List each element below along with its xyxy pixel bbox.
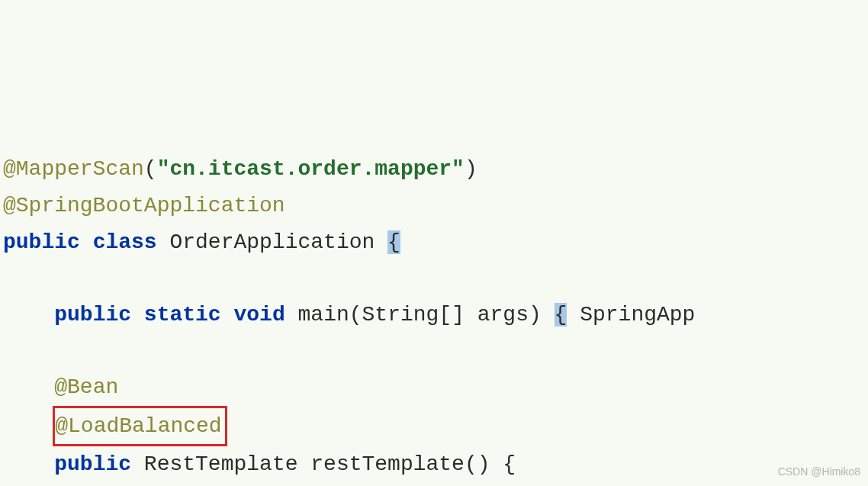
annotation-loadbalanced: @LoadBalanced bbox=[55, 414, 221, 438]
indent bbox=[3, 375, 54, 399]
indent bbox=[3, 452, 54, 476]
code-line-3: public class OrderApplication { bbox=[3, 224, 865, 261]
code-line-7: @Bean bbox=[3, 369, 865, 406]
tail-text: SpringApp bbox=[567, 303, 695, 327]
kw-class: class bbox=[93, 230, 157, 254]
classname: OrderApplication bbox=[157, 230, 387, 254]
annotation-bean: @Bean bbox=[54, 375, 118, 399]
method-resttemplate-sig: RestTemplate restTemplate() { bbox=[131, 452, 516, 476]
code-line-10: return new RestTemplate(); bbox=[3, 483, 865, 486]
annotation-springbootapp: @SpringBootApplication bbox=[3, 194, 285, 217]
code-line-9: public RestTemplate restTemplate() { bbox=[3, 446, 865, 483]
kw-static: static bbox=[144, 303, 221, 327]
brace-open-highlighted: { bbox=[387, 230, 400, 254]
watermark-text: CSDN @Himiko8 bbox=[778, 463, 860, 481]
string-literal: "cn.itcast.order.mapper" bbox=[157, 157, 465, 181]
kw-public: public bbox=[54, 303, 131, 327]
kw-public: public bbox=[54, 452, 131, 476]
paren-close: ) bbox=[465, 157, 477, 181]
code-line-2: @SpringBootApplication bbox=[3, 188, 865, 224]
paren-open: ( bbox=[144, 157, 157, 181]
annotation-mapperscan: @MapperScan bbox=[3, 157, 144, 181]
kw-public: public bbox=[3, 230, 80, 254]
method-main-sig: main(String[] args) bbox=[285, 303, 555, 327]
indent bbox=[3, 303, 54, 327]
code-line-8: @LoadBalanced bbox=[3, 406, 865, 447]
code-line-1: @MapperScan("cn.itcast.order.mapper") bbox=[3, 151, 865, 188]
code-line-5: public static void main(String[] args) {… bbox=[3, 297, 865, 333]
kw-void: void bbox=[234, 303, 285, 327]
indent bbox=[3, 414, 54, 438]
brace-open-highlighted: { bbox=[555, 303, 567, 327]
highlight-red-box: @LoadBalanced bbox=[53, 406, 227, 447]
